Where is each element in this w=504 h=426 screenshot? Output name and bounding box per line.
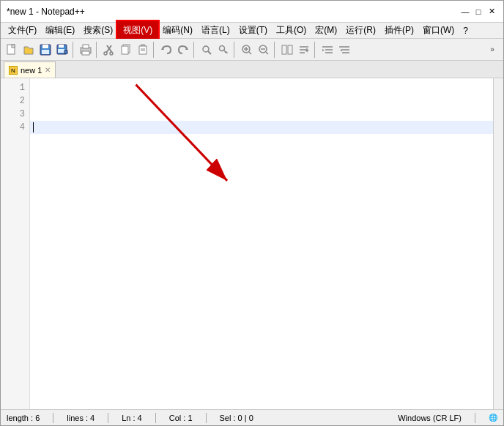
status-sep-2: [108, 413, 108, 423]
toolbar-sep-4: [193, 42, 196, 58]
menu-bar: 文件(F) 编辑(E) 搜索(S) 视图(V) 编码(N) 语言(L) 设置(T…: [1, 23, 503, 39]
tab-label: new 1: [21, 66, 42, 75]
toolbar-sep-5: [234, 42, 237, 58]
svg-line-31: [249, 52, 251, 54]
editor-content[interactable]: [30, 78, 493, 409]
toolbar-sep-1: [73, 42, 75, 58]
toolbar-redo[interactable]: [175, 42, 191, 58]
svg-rect-4: [42, 50, 49, 54]
text-cursor: [33, 122, 34, 132]
menu-search[interactable]: 搜索(S): [79, 23, 117, 38]
status-sel: Sel : 0 | 0: [220, 414, 253, 422]
status-sep-3: [155, 413, 156, 423]
menu-encoding[interactable]: 编码(N): [158, 23, 197, 38]
toolbar-find[interactable]: [199, 42, 215, 58]
svg-rect-3: [42, 45, 48, 48]
status-right-icon: 🌐: [489, 414, 497, 422]
editor-line-3: [30, 108, 493, 121]
svg-rect-10: [83, 45, 89, 48]
svg-rect-6: [59, 45, 64, 48]
status-sep-4: [206, 413, 207, 423]
svg-rect-8: [64, 51, 67, 53]
editor-line-2: [30, 94, 493, 108]
menu-edit[interactable]: 编辑(E): [41, 23, 79, 38]
main-window: *new 1 - Notepad++ — □ ✕ 文件(F) 编辑(E) 搜索(…: [0, 0, 504, 426]
toolbar-replace[interactable]: [215, 42, 231, 58]
line-num-4: 4: [1, 121, 29, 134]
toolbar-sep-2: [96, 42, 99, 58]
toolbar: »: [1, 39, 503, 61]
toolbar-undo[interactable]: [158, 42, 174, 58]
status-length: length : 6: [7, 414, 40, 422]
status-sep-1: [53, 413, 53, 423]
svg-marker-43: [322, 49, 325, 51]
close-button[interactable]: ✕: [486, 6, 497, 18]
toolbar-paste[interactable]: [135, 42, 151, 58]
svg-rect-17: [122, 46, 128, 54]
svg-line-25: [208, 51, 211, 54]
minimize-button[interactable]: —: [459, 6, 471, 18]
toolbar-save[interactable]: [37, 42, 53, 58]
scrollbar-vertical[interactable]: [493, 78, 503, 409]
toolbar-sep-7: [314, 42, 317, 58]
toolbar-sep-6: [274, 42, 277, 58]
menu-plugins[interactable]: 插件(P): [380, 23, 418, 38]
line-num-2: 2: [1, 94, 29, 108]
status-col: Col : 1: [169, 414, 193, 422]
svg-rect-7: [58, 49, 64, 53]
svg-rect-36: [288, 45, 292, 54]
editor-container: 1 2 3 4: [1, 78, 503, 409]
maximize-button[interactable]: □: [472, 6, 484, 18]
toolbar-cut[interactable]: [101, 42, 117, 58]
editor-line-4: [30, 121, 493, 134]
status-ln: Ln : 4: [122, 414, 142, 422]
tab-close-button[interactable]: ✕: [45, 66, 51, 74]
toolbar-overflow[interactable]: »: [484, 42, 500, 58]
menu-settings[interactable]: 设置(T): [234, 23, 272, 38]
toolbar-print[interactable]: [78, 42, 94, 58]
editor-line-1: [30, 81, 493, 94]
svg-rect-35: [282, 45, 286, 54]
toolbar-outdent[interactable]: [336, 42, 352, 58]
svg-marker-47: [340, 49, 342, 51]
toolbar-save-all[interactable]: [54, 42, 70, 58]
toolbar-new[interactable]: [4, 42, 20, 58]
menu-macro[interactable]: 宏(M): [311, 23, 341, 38]
menu-tools[interactable]: 工具(O): [272, 23, 311, 38]
tab-icon: N: [9, 66, 18, 75]
title-bar: *new 1 - Notepad++ — □ ✕: [1, 1, 503, 23]
line-num-3: 3: [1, 108, 29, 121]
status-sep-5: [475, 413, 475, 423]
svg-rect-1: [12, 45, 15, 48]
toolbar-sep-3: [153, 42, 156, 58]
menu-window[interactable]: 窗口(W): [418, 23, 459, 38]
tab-bar: N new 1 ✕: [1, 61, 503, 78]
menu-language[interactable]: 语言(L): [197, 23, 234, 38]
svg-point-24: [203, 46, 209, 52]
toolbar-zoom-out[interactable]: [256, 42, 272, 58]
status-encoding: Windows (CR LF): [398, 414, 462, 422]
tab-new1[interactable]: N new 1 ✕: [4, 61, 56, 78]
svg-point-15: [110, 52, 113, 55]
line-numbers: 1 2 3 4: [1, 78, 30, 409]
toolbar-sync-scroll[interactable]: [279, 42, 295, 58]
status-bar: length : 6 lines : 4 Ln : 4 Col : 1 Sel …: [1, 409, 503, 425]
toolbar-zoom-in[interactable]: [239, 42, 255, 58]
svg-point-26: [220, 45, 225, 51]
toolbar-copy[interactable]: [118, 42, 134, 58]
toolbar-word-wrap[interactable]: [296, 42, 312, 58]
window-title: *new 1 - Notepad++: [7, 7, 85, 17]
svg-point-14: [104, 52, 107, 55]
title-controls: — □ ✕: [459, 6, 497, 18]
status-lines: lines : 4: [67, 414, 94, 422]
toolbar-open[interactable]: [21, 42, 37, 58]
svg-line-34: [266, 52, 268, 54]
svg-rect-11: [82, 51, 89, 55]
line-num-1: 1: [1, 81, 29, 94]
menu-run[interactable]: 运行(R): [341, 23, 380, 38]
toolbar-indent[interactable]: [319, 42, 336, 58]
menu-view[interactable]: 视图(V): [117, 21, 158, 40]
menu-help[interactable]: ?: [459, 24, 472, 37]
menu-file[interactable]: 文件(F): [4, 23, 41, 38]
